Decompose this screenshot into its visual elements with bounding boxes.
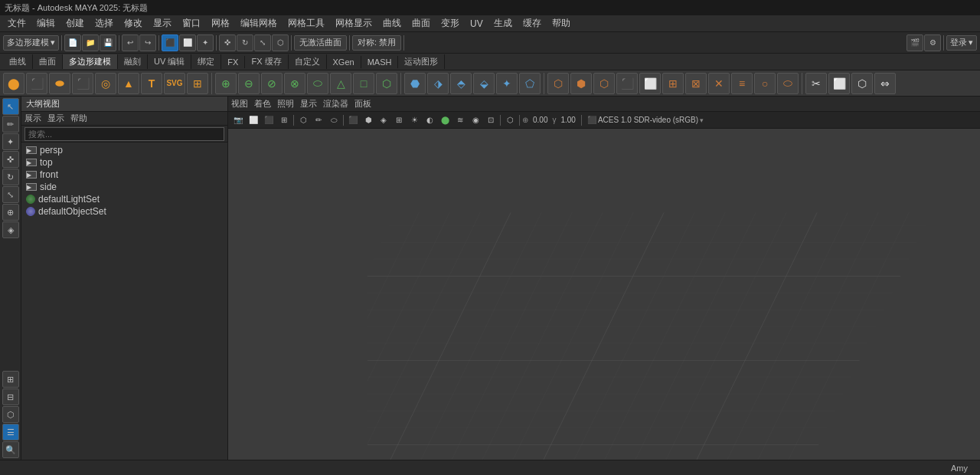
shelf-plane[interactable]: ⬛ <box>72 73 93 94</box>
shelf-connect[interactable]: ⬜ <box>639 73 661 94</box>
menu-modify[interactable]: 修改 <box>119 15 147 31</box>
menu-mesh-display[interactable]: 网格显示 <box>331 15 377 31</box>
left-grid-btn[interactable]: ⊟ <box>2 388 19 405</box>
vp-color[interactable]: ⬤ <box>438 113 452 127</box>
menu-mesh[interactable]: 网格 <box>207 15 234 31</box>
tab-sculpt[interactable]: 融刻 <box>118 54 148 69</box>
menu-curves[interactable]: 曲线 <box>378 15 406 31</box>
shelf-target-weld[interactable]: ⊞ <box>662 73 684 94</box>
snap-no-deform[interactable]: 无激活曲面 <box>294 35 347 51</box>
menu-cache[interactable]: 缓存 <box>518 15 546 31</box>
shelf-extrude[interactable]: ⬣ <box>404 73 426 94</box>
menu-deform[interactable]: 变形 <box>436 15 464 31</box>
vp-resolution[interactable]: ⬛ <box>262 113 276 127</box>
outliner-menu-display[interactable]: 显示 <box>47 113 64 124</box>
left-snap-btn[interactable]: ⊞ <box>2 371 19 388</box>
shelf-circularize[interactable]: ○ <box>754 73 776 94</box>
tab-fx-cache[interactable]: FX 缓存 <box>245 54 288 69</box>
shelf-slide-edge[interactable]: ⇔ <box>874 73 896 94</box>
universal-tool[interactable]: ⬡ <box>272 34 289 51</box>
outliner-menu-show[interactable]: 展示 <box>24 113 41 124</box>
shelf-quadraw[interactable]: ⬜ <box>828 73 850 94</box>
left-search-btn[interactable]: 🔍 <box>2 441 19 458</box>
menu-window[interactable]: 窗口 <box>178 15 205 31</box>
shelf-mirror[interactable]: ⬡ <box>376 73 397 94</box>
shelf-offset-loop[interactable]: ⬡ <box>593 73 615 94</box>
shelf-triangulate[interactable]: △ <box>330 73 351 94</box>
vp-paint[interactable]: ✏ <box>312 113 325 127</box>
render-btn[interactable]: 🎬 <box>906 34 923 51</box>
left-camera-btn[interactable]: ⬡ <box>2 406 19 423</box>
shelf-quad[interactable]: □ <box>353 73 374 94</box>
new-scene[interactable]: 📄 <box>64 34 81 51</box>
shelf-bool[interactable]: ⊗ <box>284 73 305 94</box>
move-tool[interactable]: ✜ <box>219 34 236 51</box>
menu-file[interactable]: 文件 <box>3 15 31 31</box>
vp-menu-shading[interactable]: 着色 <box>254 98 271 110</box>
menu-display[interactable]: 显示 <box>149 15 176 31</box>
shelf-crease[interactable]: ≡ <box>731 73 753 94</box>
shelf-smooth[interactable]: ⬭ <box>307 73 328 94</box>
left-outliner-btn[interactable]: ☰ <box>2 424 19 441</box>
paint-select[interactable]: ✦ <box>197 34 214 51</box>
shelf-torus[interactable]: ◎ <box>95 73 116 94</box>
shelf-bevel[interactable]: ⬡ <box>547 73 569 94</box>
vp-filmgate[interactable]: ⬜ <box>247 113 260 127</box>
outliner-menu-help[interactable]: 帮助 <box>70 113 87 124</box>
shelf-insert-loop[interactable]: ⬢ <box>570 73 592 94</box>
shelf-transform[interactable]: ⬡ <box>851 73 873 94</box>
vp-lasso[interactable]: ⬭ <box>327 113 341 127</box>
tab-surfaces[interactable]: 曲面 <box>33 54 63 69</box>
shelf-cone[interactable]: ▲ <box>118 73 139 94</box>
shelf-wedge[interactable]: ⬠ <box>519 73 541 94</box>
shelf-extract[interactable]: ⊘ <box>261 73 283 94</box>
vp-texture[interactable]: ⊞ <box>392 113 406 127</box>
shelf-bridge[interactable]: ⬗ <box>427 73 449 94</box>
outliner-item-objectset[interactable]: defaultObjectSet <box>21 205 227 218</box>
color-space-indicator[interactable]: ⬛ ACES 1.0 SDR-video (sRGB) ▾ <box>584 113 707 127</box>
shelf-cylinder[interactable]: ⬬ <box>49 73 70 94</box>
tab-rig[interactable]: 绑定 <box>191 54 221 69</box>
sculpt-btn[interactable]: ✦ <box>2 133 19 150</box>
menu-edit-mesh[interactable]: 编辑网格 <box>236 15 282 31</box>
shelf-poke[interactable]: ✦ <box>496 73 518 94</box>
tab-poly[interactable]: 多边形建模 <box>63 54 118 69</box>
tab-custom[interactable]: 自定义 <box>289 54 327 69</box>
vp-motion-blur[interactable]: ≋ <box>453 113 467 127</box>
undo[interactable]: ↩ <box>122 34 139 51</box>
vp-xray[interactable]: ◈ <box>377 113 390 127</box>
shelf-delete-edge[interactable]: ✕ <box>708 73 730 94</box>
paint-tool-btn[interactable]: ✏ <box>2 116 19 133</box>
shelf-relax[interactable]: ⬭ <box>777 73 799 94</box>
menu-create[interactable]: 创建 <box>61 15 89 31</box>
vp-shadow[interactable]: ◐ <box>423 113 436 127</box>
shelf-cube[interactable]: ⬛ <box>26 73 47 94</box>
menu-uv[interactable]: UV <box>466 17 488 31</box>
shelf-append[interactable]: ⬙ <box>473 73 495 94</box>
shelf-merge[interactable]: ⊠ <box>685 73 707 94</box>
redo[interactable]: ↪ <box>139 34 156 51</box>
tab-curves[interactable]: 曲线 <box>3 54 33 69</box>
menu-edit[interactable]: 编辑 <box>32 15 60 31</box>
tab-fx[interactable]: FX <box>221 56 245 68</box>
left-scale-btn[interactable]: ⤡ <box>2 186 19 203</box>
vp-ssao[interactable]: ◉ <box>469 113 482 127</box>
tab-xgen[interactable]: XGen <box>327 56 361 68</box>
rotate-tool[interactable]: ↻ <box>237 34 253 51</box>
vp-dof[interactable]: ⊡ <box>484 113 498 127</box>
shelf-separate[interactable]: ⊖ <box>238 73 260 94</box>
user-dropdown[interactable]: 登录 ▾ <box>946 35 977 51</box>
select-tool-btn[interactable]: ↖ <box>2 98 19 115</box>
outliner-item-persp[interactable]: ▶ persp <box>21 144 227 156</box>
vp-menu-lighting[interactable]: 照明 <box>277 98 294 110</box>
shelf-grid[interactable]: ⊞ <box>187 73 208 94</box>
outliner-item-lightset[interactable]: defaultLightSet <box>21 193 227 205</box>
lasso-tool[interactable]: ⬜ <box>179 34 196 51</box>
left-move-btn[interactable]: ✜ <box>2 151 19 168</box>
outliner-item-top[interactable]: ▶ top <box>21 156 227 169</box>
shelf-text[interactable]: T <box>141 73 162 94</box>
outliner-item-side[interactable]: ▶ side <box>21 181 227 193</box>
open-scene[interactable]: 📁 <box>82 34 99 51</box>
shelf-svg[interactable]: SVG <box>164 73 185 94</box>
vp-cam-select[interactable]: 📷 <box>231 113 245 127</box>
